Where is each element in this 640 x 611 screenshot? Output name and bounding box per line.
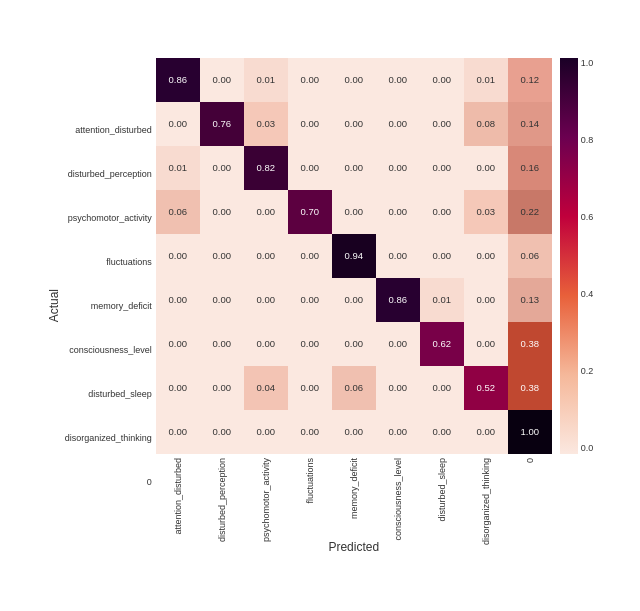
x-label-7: disorganized_thinking (481, 458, 491, 545)
x-label-container-3: fluctuations (288, 458, 332, 538)
cell-8-1: 0.00 (200, 410, 244, 454)
cell-5-1: 0.00 (200, 278, 244, 322)
cell-1-8: 0.14 (508, 102, 552, 146)
y-label-5: consciousness_level (65, 328, 152, 372)
x-label-container-2: psychomotor_activity (244, 458, 288, 538)
x-label-8: 0 (525, 458, 535, 463)
cell-5-6: 0.01 (420, 278, 464, 322)
cell-7-2: 0.04 (244, 366, 288, 410)
x-labels-row: attention_disturbeddisturbed_perceptionp… (156, 458, 552, 538)
heatmap-grid: 0.860.000.010.000.000.000.000.010.120.00… (156, 58, 552, 454)
cell-5-5: 0.86 (376, 278, 420, 322)
grid-and-colorbar: 0.860.000.010.000.000.000.000.010.120.00… (156, 58, 594, 554)
cell-1-0: 0.00 (156, 102, 200, 146)
cell-8-5: 0.00 (376, 410, 420, 454)
cell-2-8: 0.16 (508, 146, 552, 190)
cell-2-0: 0.01 (156, 146, 200, 190)
cell-1-4: 0.00 (332, 102, 376, 146)
cell-8-6: 0.00 (420, 410, 464, 454)
cell-8-8: 1.00 (508, 410, 552, 454)
cell-5-7: 0.00 (464, 278, 508, 322)
x-label-1: disturbed_perception (217, 458, 227, 542)
colorbar-tick-1: 0.8 (581, 135, 594, 145)
y-label-7: disorganized_thinking (65, 416, 152, 460)
cell-4-0: 0.00 (156, 234, 200, 278)
y-axis-label: Actual (47, 289, 61, 322)
chart-container: Actual attention_disturbeddisturbed_perc… (0, 0, 640, 611)
x-label-container-4: memory_deficit (332, 458, 376, 538)
cell-3-7: 0.03 (464, 190, 508, 234)
cell-6-2: 0.00 (244, 322, 288, 366)
cell-0-2: 0.01 (244, 58, 288, 102)
cell-7-5: 0.00 (376, 366, 420, 410)
cell-1-1: 0.76 (200, 102, 244, 146)
colorbar-gradient (560, 58, 578, 454)
cell-7-6: 0.00 (420, 366, 464, 410)
x-label-container-7: disorganized_thinking (464, 458, 508, 538)
cell-8-0: 0.00 (156, 410, 200, 454)
cell-4-6: 0.00 (420, 234, 464, 278)
y-label-2: psychomotor_activity (65, 196, 152, 240)
colorbar-tick-3: 0.4 (581, 289, 594, 299)
colorbar-tick-4: 0.2 (581, 366, 594, 376)
cell-7-4: 0.06 (332, 366, 376, 410)
cell-7-3: 0.00 (288, 366, 332, 410)
y-label-3: fluctuations (65, 240, 152, 284)
cell-1-5: 0.00 (376, 102, 420, 146)
cell-0-5: 0.00 (376, 58, 420, 102)
cell-1-6: 0.00 (420, 102, 464, 146)
cell-3-0: 0.06 (156, 190, 200, 234)
cell-0-6: 0.00 (420, 58, 464, 102)
cell-2-2: 0.82 (244, 146, 288, 190)
y-label-0: attention_disturbed (65, 108, 152, 152)
cell-3-8: 0.22 (508, 190, 552, 234)
cell-4-5: 0.00 (376, 234, 420, 278)
x-label-2: psychomotor_activity (261, 458, 271, 542)
cell-6-5: 0.00 (376, 322, 420, 366)
cell-2-1: 0.00 (200, 146, 244, 190)
colorbar-tick-5: 0.0 (581, 443, 594, 453)
x-label-5: consciousness_level (393, 458, 403, 541)
cell-4-4: 0.94 (332, 234, 376, 278)
cell-2-4: 0.00 (332, 146, 376, 190)
cell-3-3: 0.70 (288, 190, 332, 234)
cell-8-7: 0.00 (464, 410, 508, 454)
cell-3-5: 0.00 (376, 190, 420, 234)
cell-0-4: 0.00 (332, 58, 376, 102)
cell-7-0: 0.00 (156, 366, 200, 410)
cell-7-1: 0.00 (200, 366, 244, 410)
colorbar: 1.00.80.60.40.20.0 (560, 58, 594, 454)
grid-col: 0.860.000.010.000.000.000.000.010.120.00… (156, 58, 552, 554)
cell-8-3: 0.00 (288, 410, 332, 454)
cell-2-7: 0.00 (464, 146, 508, 190)
y-label-8: 0 (65, 460, 152, 504)
cell-0-1: 0.00 (200, 58, 244, 102)
cell-4-8: 0.06 (508, 234, 552, 278)
cell-7-8: 0.38 (508, 366, 552, 410)
x-label-container-1: disturbed_perception (200, 458, 244, 538)
cell-4-1: 0.00 (200, 234, 244, 278)
cell-6-7: 0.00 (464, 322, 508, 366)
cell-3-6: 0.00 (420, 190, 464, 234)
x-label-0: attention_disturbed (173, 458, 183, 535)
x-label-4: memory_deficit (349, 458, 359, 519)
cell-6-0: 0.00 (156, 322, 200, 366)
cell-5-2: 0.00 (244, 278, 288, 322)
x-label-container-8: 0 (508, 458, 552, 538)
cell-5-4: 0.00 (332, 278, 376, 322)
colorbar-tick-0: 1.0 (581, 58, 594, 68)
cell-6-6: 0.62 (420, 322, 464, 366)
cell-4-3: 0.00 (288, 234, 332, 278)
cell-0-7: 0.01 (464, 58, 508, 102)
cell-5-8: 0.13 (508, 278, 552, 322)
colorbar-ticks: 1.00.80.60.40.20.0 (581, 58, 594, 454)
cell-8-4: 0.00 (332, 410, 376, 454)
cell-1-7: 0.08 (464, 102, 508, 146)
x-label-container-6: disturbed_sleep (420, 458, 464, 538)
colorbar-tick-2: 0.6 (581, 212, 594, 222)
y-label-6: disturbed_sleep (65, 372, 152, 416)
cell-1-3: 0.00 (288, 102, 332, 146)
cell-3-2: 0.00 (244, 190, 288, 234)
cell-3-4: 0.00 (332, 190, 376, 234)
x-axis-label: Predicted (156, 540, 552, 554)
